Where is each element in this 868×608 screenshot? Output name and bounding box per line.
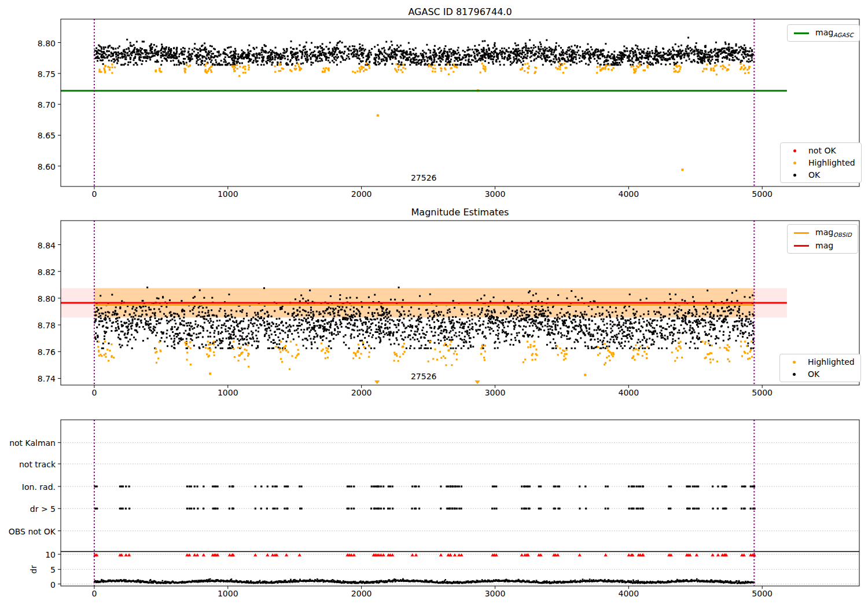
obsid-annotation: 27526 (411, 173, 437, 182)
svg-text:8.78: 8.78 (38, 321, 56, 330)
svg-text:3000: 3000 (485, 388, 506, 397)
legend-label: Highlighted (808, 158, 855, 167)
svg-text:8.76: 8.76 (38, 347, 56, 357)
legend-label: magOBSID (815, 228, 852, 238)
svg-text:2000: 2000 (351, 589, 372, 598)
legend-label: OK (808, 170, 820, 180)
svg-text:0: 0 (91, 189, 97, 199)
panel-magnitude-title: Magnitude Estimates (61, 207, 859, 218)
red-line-swatch (793, 245, 810, 247)
legend-entry-not-ok: not OK (786, 146, 855, 155)
legend-point-types-top: not OK Highlighted OK (780, 142, 862, 183)
legend-entry-mag: mag (793, 241, 852, 250)
legend-label: Highlighted (808, 357, 855, 367)
svg-text:2000: 2000 (351, 388, 372, 397)
svg-text:8.74: 8.74 (38, 374, 56, 383)
svg-text:8.80: 8.80 (38, 39, 56, 48)
svg-text:8.75: 8.75 (38, 69, 56, 79)
obsid-annotation: 27526 (411, 372, 437, 381)
svg-text:4000: 4000 (619, 189, 639, 199)
svg-text:5000: 5000 (752, 388, 773, 397)
clipped-marker (374, 380, 380, 384)
legend-mag-lines: magOBSID mag (787, 224, 858, 254)
legend-point-types-mid: Highlighted OK (779, 354, 861, 382)
svg-text:8.84: 8.84 (38, 241, 56, 250)
legend-entry-ok: OK (786, 369, 855, 379)
green-line-swatch (793, 32, 810, 34)
svg-text:1000: 1000 (218, 589, 238, 598)
legend-entry-highlighted: Highlighted (786, 357, 855, 367)
legend-entry-ok: OK (786, 170, 855, 180)
panel-flags: not Kalmannot trackIon. rad.dr > 5OBS no… (9, 420, 859, 598)
legend-label: magAGASC (815, 28, 854, 38)
svg-text:4000: 4000 (619, 589, 639, 598)
legend-entry-mag-agasc: magAGASC (793, 28, 854, 38)
svg-text:not track: not track (19, 460, 56, 469)
svg-text:dr > 5: dr > 5 (30, 504, 56, 514)
svg-text:3000: 3000 (485, 589, 506, 598)
dr-axis-label: dr (29, 565, 38, 574)
dr-capped-points (93, 553, 756, 556)
legend-mag-agasc: magAGASC (787, 24, 860, 42)
panel-agasc-title: AGASC ID 81796744.0 (61, 6, 859, 17)
panel-magnitude-estimates: 8.748.768.788.808.828.840100020003000400… (38, 221, 859, 397)
figure: 8.608.658.708.758.8001000200030004000500… (0, 0, 868, 608)
points-ok (94, 36, 755, 65)
svg-text:4000: 4000 (619, 388, 639, 397)
orange-line-swatch (793, 232, 810, 234)
svg-text:5: 5 (50, 565, 56, 574)
svg-text:8.70: 8.70 (38, 100, 56, 109)
black-dot-swatch (786, 373, 802, 376)
black-dot-swatch (786, 174, 803, 177)
svg-text:8.65: 8.65 (38, 131, 56, 140)
clipped-marker (475, 380, 480, 384)
svg-text:3000: 3000 (485, 189, 506, 199)
svg-text:8.80: 8.80 (38, 294, 56, 303)
legend-label: OK (808, 369, 819, 379)
orange-dot-swatch (786, 361, 802, 364)
legend-label: not OK (808, 146, 836, 155)
svg-text:5000: 5000 (752, 589, 773, 598)
svg-text:1000: 1000 (218, 189, 238, 199)
svg-text:0: 0 (50, 580, 56, 589)
svg-text:2000: 2000 (351, 189, 372, 199)
obsid-vlines (94, 420, 754, 586)
figure-svg: 8.608.658.708.758.8001000200030004000500… (0, 0, 868, 608)
svg-text:10: 10 (45, 550, 56, 559)
legend-entry-mag-obsid: magOBSID (793, 228, 852, 238)
svg-text:0: 0 (91, 388, 97, 397)
legend-label: mag (815, 241, 833, 250)
svg-text:8.82: 8.82 (38, 268, 56, 277)
svg-text:5000: 5000 (752, 189, 773, 199)
svg-text:Ion. rad.: Ion. rad. (22, 482, 56, 492)
orange-dot-swatch (786, 162, 803, 164)
flag-points (94, 485, 756, 509)
points-highlighted (98, 63, 751, 171)
obsid-vlines (94, 19, 754, 186)
svg-text:1000: 1000 (218, 388, 238, 397)
panel-agasc: 8.608.658.708.758.8001000200030004000500… (38, 19, 859, 199)
points-highlighted (97, 340, 753, 376)
red-dot-swatch (786, 149, 803, 152)
svg-text:OBS not OK: OBS not OK (9, 527, 56, 536)
svg-text:8.60: 8.60 (38, 162, 56, 171)
svg-text:not Kalman: not Kalman (9, 438, 56, 448)
legend-entry-highlighted: Highlighted (786, 158, 855, 167)
svg-text:0: 0 (91, 589, 97, 598)
dr-trace (94, 578, 755, 584)
